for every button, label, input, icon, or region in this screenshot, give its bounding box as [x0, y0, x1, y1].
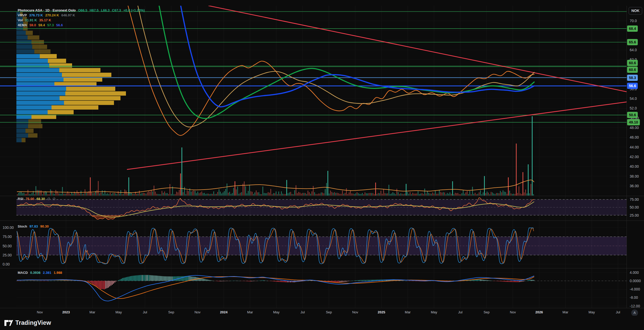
price-level-badge: 65.6 [627, 39, 638, 45]
time-label: May [273, 310, 280, 314]
price-tick-label: 48.00 [630, 125, 639, 130]
time-label: May [116, 310, 122, 314]
macd-tick-label: -12.00 [630, 304, 640, 308]
macd-tick-label: -8.00 [630, 295, 638, 300]
price-level-badge: 50.6 [627, 112, 638, 118]
price-tick-label: 52.0 [630, 106, 637, 111]
auto-scale-button[interactable]: A [631, 309, 638, 316]
time-label: Nov [194, 310, 200, 314]
time-label: Nov [352, 310, 358, 314]
currency-toggle-button[interactable]: NOK [629, 7, 642, 15]
time-axis[interactable]: Nov2023MarMayJulSepNov2024MarMayJulSepNo… [0, 308, 644, 316]
rsi-tick-label: 50.00 [630, 205, 639, 210]
price-tick-label: 40.00 [630, 164, 639, 169]
rsi-tick-label: 25.00 [630, 213, 639, 218]
time-label: Mar [563, 310, 568, 314]
time-label: May [431, 310, 437, 314]
price-tick-label: 42.00 [630, 154, 639, 159]
time-label: Sep [326, 310, 332, 314]
rsi-tick-label: 75.00 [630, 197, 639, 202]
time-label: Sep [168, 310, 174, 314]
time-label-year: 2023 [62, 310, 70, 314]
stoch-tick-label: 100.00 [3, 225, 14, 230]
stoch-tick-label: 25.00 [3, 253, 12, 257]
time-label: Mar [90, 310, 95, 314]
price-tick-label: 38.00 [630, 174, 639, 179]
time-label-year: 2026 [535, 310, 543, 314]
price-tick-label: 36.00 [630, 184, 639, 188]
time-label-year: 2024 [220, 310, 228, 314]
tradingview-logo-icon [4, 319, 13, 327]
time-label: Mar [405, 310, 411, 314]
macd-tick-label: 0.0000 [630, 279, 641, 283]
chart-canvas[interactable] [0, 0, 644, 316]
price-tick-label: 46.00 [630, 135, 639, 140]
price-level-badge: 56.6 [627, 83, 638, 89]
stoch-tick-label: 75.00 [3, 234, 12, 239]
tradingview-logo[interactable]: TradingView [4, 319, 51, 327]
time-label-year: 2025 [378, 310, 385, 314]
time-label: Jul [458, 310, 463, 314]
time-label: Nov [510, 310, 516, 314]
macd-tick-label: 4.000 [630, 270, 639, 275]
logo-bar: TradingView [0, 316, 644, 330]
price-level-badge: 60.6 [627, 60, 638, 66]
stoch-tick-label: 50.00 [3, 244, 12, 248]
time-label: Jul [616, 310, 620, 314]
tradingview-chart-window: savepiginvest created with TradingView.c… [0, 0, 644, 330]
price-tick-label: 70.0 [630, 18, 637, 23]
time-label: May [589, 310, 595, 314]
stoch-tick-label: 0.00 [3, 262, 10, 267]
tradingview-logo-text: TradingView [15, 319, 51, 326]
price-level-badge: 58.3 [627, 75, 638, 81]
price-level-badge: 49.10 [627, 119, 640, 125]
price-level-badge: 68.4 [627, 25, 638, 32]
time-label: Nov [37, 310, 43, 314]
macd-tick-label: -4.000 [630, 287, 640, 292]
price-tick-label: 54.0 [630, 96, 637, 101]
price-tick-label: 44.00 [630, 145, 639, 150]
time-label: Mar [247, 310, 253, 314]
price-level-badge: 60.6 [627, 67, 638, 73]
time-label: Jul [143, 310, 147, 314]
price-tick-label: 64.0 [630, 48, 637, 52]
time-label: Jul [301, 310, 305, 314]
time-label: Sep [483, 310, 489, 314]
